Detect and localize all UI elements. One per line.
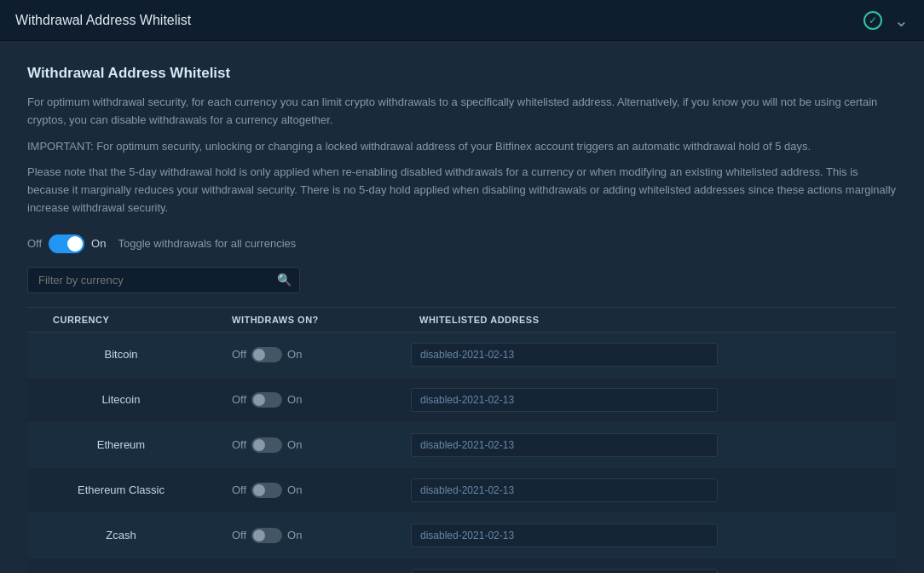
address-input[interactable] — [411, 388, 718, 412]
description-3: Please note that the 5-day withdrawal ho… — [27, 164, 897, 217]
search-icon: 🔍 — [277, 273, 292, 286]
off-label: Off — [232, 483, 246, 496]
currency-name: Ethereum Classic — [27, 473, 215, 506]
filter-container: 🔍 — [27, 267, 300, 293]
withdraws-cell: Off On — [215, 563, 402, 573]
table-row: Litecoin Off On — [27, 378, 897, 423]
address-input[interactable] — [411, 478, 718, 502]
description-2: IMPORTANT: For optimum security, unlocki… — [27, 138, 897, 156]
off-label: Off — [232, 348, 246, 361]
row-toggle-3[interactable] — [251, 483, 282, 498]
currency-name: Monero — [27, 564, 215, 573]
address-cell — [402, 559, 897, 573]
header-icons: ✓ ⌄ — [863, 11, 909, 30]
chevron-down-icon[interactable]: ⌄ — [894, 12, 909, 29]
check-circle-icon[interactable]: ✓ — [863, 11, 882, 30]
address-input[interactable] — [411, 524, 718, 547]
withdraws-cell: Off On — [215, 518, 402, 553]
header-address: WHITELISTED ADDRESS — [402, 315, 897, 325]
withdraws-cell: Off On — [215, 472, 402, 508]
row-toggle-4[interactable] — [251, 528, 282, 543]
address-cell — [402, 513, 897, 558]
header-currency: CURRENCY — [27, 315, 215, 325]
withdraws-cell: Off On — [215, 427, 402, 463]
address-cell — [402, 378, 897, 422]
on-label: On — [287, 529, 302, 541]
description-1: For optimum withdrawal security, for eac… — [27, 94, 897, 130]
table-row: Zcash Off On — [27, 513, 897, 559]
currency-table: CURRENCY WITHDRAWS ON? WHITELISTED ADDRE… — [27, 307, 897, 573]
filter-input[interactable] — [27, 267, 300, 293]
row-toggle-0[interactable] — [251, 347, 282, 362]
table-row: Ethereum Classic Off On — [27, 468, 897, 513]
main-content: Withdrawal Address Whitelist For optimum… — [0, 41, 924, 573]
address-cell — [402, 423, 897, 467]
currency-name: Bitcoin — [27, 338, 215, 371]
on-label: On — [287, 393, 302, 406]
global-toggle-on-label: On — [91, 237, 106, 250]
withdraws-cell: Off On — [215, 382, 402, 418]
on-label: On — [287, 483, 302, 496]
section-title: Withdrawal Address Whitelist — [27, 65, 897, 82]
currency-name: Zcash — [27, 518, 215, 552]
global-toggle-off-label: Off — [27, 237, 42, 250]
on-label: On — [287, 348, 302, 361]
currency-name: Litecoin — [27, 383, 215, 416]
off-label: Off — [232, 393, 246, 406]
row-toggle-2[interactable] — [251, 437, 282, 453]
header-withdraws: WITHDRAWS ON? — [215, 315, 402, 325]
table-row: Bitcoin Off On — [27, 333, 897, 378]
currency-name: Ethereum — [27, 428, 215, 461]
address-input[interactable] — [411, 343, 718, 367]
global-toggle-text: Toggle withdrawals for all currencies — [118, 237, 296, 250]
page-title: Withdrawal Address Whitelist — [15, 13, 191, 28]
table-row: Ethereum Off On — [27, 423, 897, 468]
address-cell — [402, 468, 897, 512]
table-row: Monero Off On — [27, 559, 897, 573]
global-toggle-row: Off On Toggle withdrawals for all curren… — [27, 234, 897, 253]
off-label: Off — [232, 529, 246, 541]
address-input[interactable] — [411, 433, 718, 457]
withdraws-cell: Off On — [215, 337, 402, 373]
address-input[interactable] — [411, 569, 718, 573]
table-header: CURRENCY WITHDRAWS ON? WHITELISTED ADDRE… — [27, 308, 897, 333]
app-header: Withdrawal Address Whitelist ✓ ⌄ — [0, 0, 924, 41]
off-label: Off — [232, 438, 246, 451]
on-label: On — [287, 438, 302, 451]
global-toggle-switch[interactable] — [49, 234, 84, 253]
row-toggle-1[interactable] — [251, 392, 282, 408]
address-cell — [402, 333, 897, 377]
